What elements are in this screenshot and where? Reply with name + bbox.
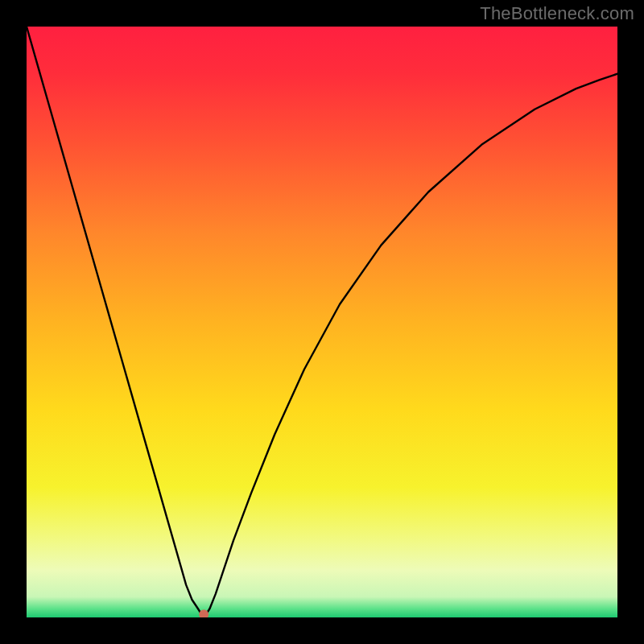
watermark-text: TheBottleneck.com bbox=[480, 3, 634, 24]
chart-svg bbox=[27, 27, 617, 617]
plot-area bbox=[27, 27, 617, 617]
gradient-background bbox=[27, 27, 617, 617]
chart-frame: TheBottleneck.com bbox=[0, 0, 644, 644]
